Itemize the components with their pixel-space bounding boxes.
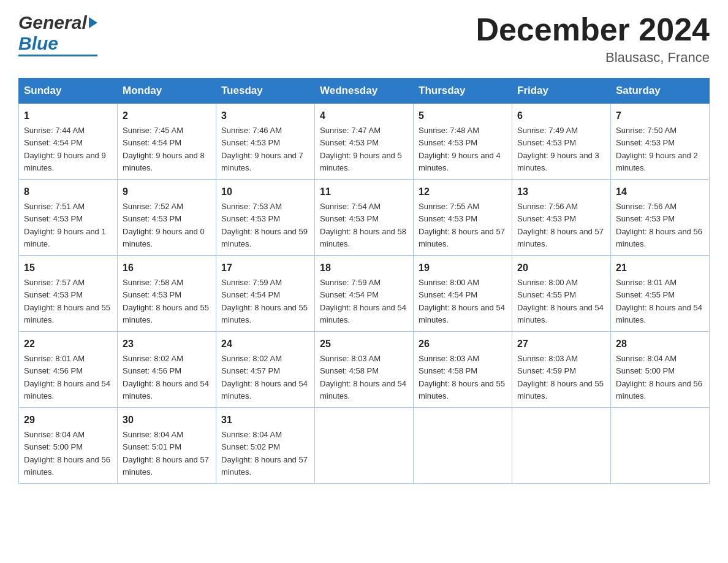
day-info: Sunrise: 7:49 AMSunset: 4:53 PMDaylight:…: [517, 126, 599, 172]
calendar-cell: 29Sunrise: 8:04 AMSunset: 5:00 PMDayligh…: [19, 408, 118, 484]
day-number: 31: [221, 413, 309, 427]
day-info: Sunrise: 7:51 AMSunset: 4:53 PMDaylight:…: [24, 202, 106, 248]
calendar-cell: [315, 408, 414, 484]
day-info: Sunrise: 7:56 AMSunset: 4:53 PMDaylight:…: [616, 202, 702, 248]
day-info: Sunrise: 8:02 AMSunset: 4:57 PMDaylight:…: [221, 354, 308, 400]
logo-blue-text: Blue: [18, 33, 58, 53]
day-number: 8: [24, 185, 112, 199]
subtitle: Blausasc, France: [476, 50, 710, 66]
day-number: 6: [517, 109, 605, 123]
calendar-cell: [414, 408, 512, 484]
calendar-cell: 2Sunrise: 7:45 AMSunset: 4:54 PMDaylight…: [118, 104, 216, 180]
day-info: Sunrise: 7:55 AMSunset: 4:53 PMDaylight:…: [419, 202, 505, 248]
calendar-cell: 14Sunrise: 7:56 AMSunset: 4:53 PMDayligh…: [611, 180, 710, 256]
day-number: 21: [616, 261, 704, 275]
calendar-cell: 31Sunrise: 8:04 AMSunset: 5:02 PMDayligh…: [216, 408, 315, 484]
day-info: Sunrise: 7:47 AMSunset: 4:53 PMDaylight:…: [320, 126, 402, 172]
calendar-cell: 19Sunrise: 8:00 AMSunset: 4:54 PMDayligh…: [414, 256, 512, 332]
main-title: December 2024: [476, 12, 710, 47]
day-info: Sunrise: 7:56 AMSunset: 4:53 PMDaylight:…: [517, 202, 604, 248]
calendar-header-tuesday: Tuesday: [216, 79, 315, 104]
calendar-week-row: 29Sunrise: 8:04 AMSunset: 5:00 PMDayligh…: [19, 408, 710, 484]
day-number: 25: [320, 337, 408, 351]
day-info: Sunrise: 7:48 AMSunset: 4:53 PMDaylight:…: [419, 126, 501, 172]
page-header: General Blue December 2024 Blausasc, Fra…: [18, 12, 710, 66]
day-number: 17: [221, 261, 309, 275]
day-number: 3: [221, 109, 309, 123]
day-number: 9: [123, 185, 211, 199]
day-number: 18: [320, 261, 408, 275]
day-number: 4: [320, 109, 408, 123]
day-number: 11: [320, 185, 408, 199]
logo-arrow-icon: [89, 17, 97, 28]
day-info: Sunrise: 7:46 AMSunset: 4:53 PMDaylight:…: [221, 126, 303, 172]
calendar-cell: 12Sunrise: 7:55 AMSunset: 4:53 PMDayligh…: [414, 180, 512, 256]
day-info: Sunrise: 8:01 AMSunset: 4:56 PMDaylight:…: [24, 354, 110, 400]
day-number: 26: [419, 337, 507, 351]
day-number: 24: [221, 337, 309, 351]
day-info: Sunrise: 8:04 AMSunset: 5:00 PMDaylight:…: [24, 430, 110, 477]
calendar-cell: 26Sunrise: 8:03 AMSunset: 4:58 PMDayligh…: [414, 332, 512, 408]
day-number: 19: [419, 261, 507, 275]
day-number: 23: [123, 337, 211, 351]
calendar-cell: 23Sunrise: 8:02 AMSunset: 4:56 PMDayligh…: [118, 332, 216, 408]
day-info: Sunrise: 8:02 AMSunset: 4:56 PMDaylight:…: [123, 354, 209, 400]
calendar-cell: 15Sunrise: 7:57 AMSunset: 4:53 PMDayligh…: [19, 256, 118, 332]
calendar-cell: [512, 408, 611, 484]
calendar-cell: 7Sunrise: 7:50 AMSunset: 4:53 PMDaylight…: [611, 104, 710, 180]
day-info: Sunrise: 8:04 AMSunset: 5:01 PMDaylight:…: [123, 430, 209, 477]
calendar-header-monday: Monday: [118, 79, 216, 104]
day-info: Sunrise: 7:52 AMSunset: 4:53 PMDaylight:…: [123, 202, 205, 248]
calendar-cell: 3Sunrise: 7:46 AMSunset: 4:53 PMDaylight…: [216, 104, 315, 180]
calendar-cell: 11Sunrise: 7:54 AMSunset: 4:53 PMDayligh…: [315, 180, 414, 256]
calendar-cell: 9Sunrise: 7:52 AMSunset: 4:53 PMDaylight…: [118, 180, 216, 256]
calendar-header-saturday: Saturday: [611, 79, 710, 104]
day-number: 16: [123, 261, 211, 275]
logo-general-text: General: [18, 12, 87, 33]
day-number: 30: [123, 413, 211, 427]
day-number: 29: [24, 413, 112, 427]
calendar-week-row: 1Sunrise: 7:44 AMSunset: 4:54 PMDaylight…: [19, 104, 710, 180]
day-number: 14: [616, 185, 704, 199]
day-number: 2: [123, 109, 211, 123]
day-number: 12: [419, 185, 507, 199]
calendar-cell: 13Sunrise: 7:56 AMSunset: 4:53 PMDayligh…: [512, 180, 611, 256]
day-info: Sunrise: 7:54 AMSunset: 4:53 PMDaylight:…: [320, 202, 406, 248]
calendar-cell: 8Sunrise: 7:51 AMSunset: 4:53 PMDaylight…: [19, 180, 118, 256]
logo-underline: [18, 55, 97, 56]
day-info: Sunrise: 8:04 AMSunset: 5:02 PMDaylight:…: [221, 430, 308, 477]
calendar-header-thursday: Thursday: [414, 79, 512, 104]
calendar-cell: 25Sunrise: 8:03 AMSunset: 4:58 PMDayligh…: [315, 332, 414, 408]
calendar-cell: 21Sunrise: 8:01 AMSunset: 4:55 PMDayligh…: [611, 256, 710, 332]
day-number: 28: [616, 337, 704, 351]
day-info: Sunrise: 8:00 AMSunset: 4:55 PMDaylight:…: [517, 278, 604, 324]
calendar-cell: 24Sunrise: 8:02 AMSunset: 4:57 PMDayligh…: [216, 332, 315, 408]
day-number: 10: [221, 185, 309, 199]
calendar-cell: 22Sunrise: 8:01 AMSunset: 4:56 PMDayligh…: [19, 332, 118, 408]
calendar-cell: 18Sunrise: 7:59 AMSunset: 4:54 PMDayligh…: [315, 256, 414, 332]
calendar-cell: 20Sunrise: 8:00 AMSunset: 4:55 PMDayligh…: [512, 256, 611, 332]
calendar-week-row: 15Sunrise: 7:57 AMSunset: 4:53 PMDayligh…: [19, 256, 710, 332]
day-info: Sunrise: 8:04 AMSunset: 5:00 PMDaylight:…: [616, 354, 702, 400]
calendar-cell: [611, 408, 710, 484]
calendar-cell: 4Sunrise: 7:47 AMSunset: 4:53 PMDaylight…: [315, 104, 414, 180]
day-info: Sunrise: 7:50 AMSunset: 4:53 PMDaylight:…: [616, 126, 698, 172]
day-info: Sunrise: 7:59 AMSunset: 4:54 PMDaylight:…: [221, 278, 308, 324]
calendar-cell: 28Sunrise: 8:04 AMSunset: 5:00 PMDayligh…: [611, 332, 710, 408]
calendar-header-friday: Friday: [512, 79, 611, 104]
calendar-cell: 6Sunrise: 7:49 AMSunset: 4:53 PMDaylight…: [512, 104, 611, 180]
logo: General Blue: [18, 12, 97, 56]
day-info: Sunrise: 8:03 AMSunset: 4:59 PMDaylight:…: [517, 354, 604, 400]
day-info: Sunrise: 8:03 AMSunset: 4:58 PMDaylight:…: [320, 354, 406, 400]
calendar-table: SundayMondayTuesdayWednesdayThursdayFrid…: [18, 78, 710, 484]
calendar-header-row: SundayMondayTuesdayWednesdayThursdayFrid…: [19, 79, 710, 104]
calendar-cell: 30Sunrise: 8:04 AMSunset: 5:01 PMDayligh…: [118, 408, 216, 484]
calendar-cell: 17Sunrise: 7:59 AMSunset: 4:54 PMDayligh…: [216, 256, 315, 332]
calendar-cell: 5Sunrise: 7:48 AMSunset: 4:53 PMDaylight…: [414, 104, 512, 180]
calendar-cell: 16Sunrise: 7:58 AMSunset: 4:53 PMDayligh…: [118, 256, 216, 332]
calendar-cell: 1Sunrise: 7:44 AMSunset: 4:54 PMDaylight…: [19, 104, 118, 180]
day-info: Sunrise: 8:01 AMSunset: 4:55 PMDaylight:…: [616, 278, 702, 324]
calendar-week-row: 22Sunrise: 8:01 AMSunset: 4:56 PMDayligh…: [19, 332, 710, 408]
day-info: Sunrise: 7:59 AMSunset: 4:54 PMDaylight:…: [320, 278, 406, 324]
title-section: December 2024 Blausasc, France: [476, 12, 710, 66]
